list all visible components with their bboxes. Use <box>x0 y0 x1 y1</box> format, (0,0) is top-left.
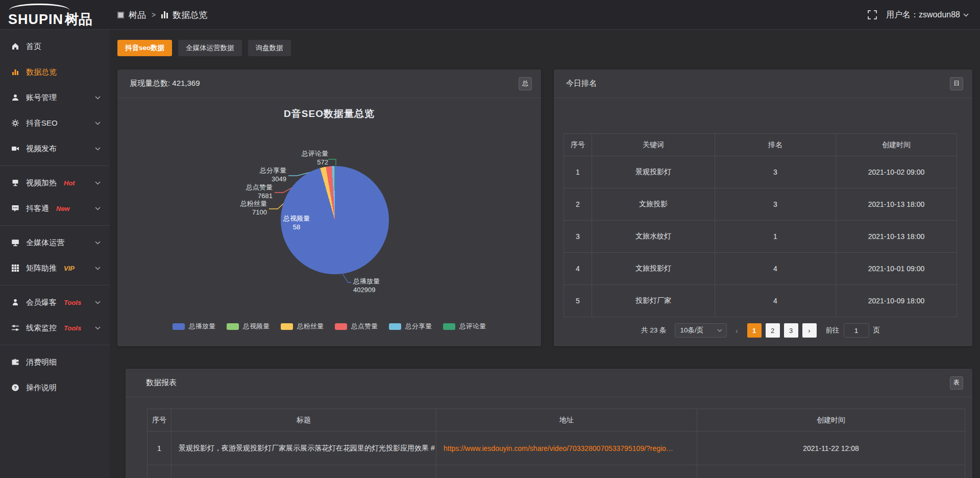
ranking-panel-title: 今日排名 <box>566 79 597 88</box>
legend-item[interactable]: 总播放量 <box>173 322 215 331</box>
page-size-value: 10条/页 <box>680 326 713 335</box>
user-menu[interactable]: 用户名：zswodun88 <box>886 10 969 20</box>
table-row: 3文旅水纹灯12021-10-13 18:00 <box>564 221 957 253</box>
grid-icon <box>11 264 19 272</box>
sidebar-item-9[interactable]: 矩阵助推VIP <box>0 255 110 281</box>
help-icon: ? <box>11 384 19 392</box>
legend-item[interactable]: 总评论量 <box>443 322 486 331</box>
app-logo: SHUPIN树品 <box>8 4 110 27</box>
sidebar-item-label: 抖音SEO <box>26 118 58 128</box>
table-row: 5投影灯厂家42021-10-09 18:00 <box>564 285 957 317</box>
breadcrumb: 树品 > 数据总览 <box>117 0 207 30</box>
seo-chart-panel: 展现量总数: 421,369 总 D音SEO数据量总览 总播放量402909总视… <box>117 69 541 346</box>
goto-page-input[interactable] <box>844 323 869 338</box>
fullscreen-icon[interactable] <box>868 10 877 19</box>
chevron-down-icon <box>717 329 722 332</box>
sidebar-item-13[interactable]: ?操作说明 <box>0 375 110 400</box>
page-size-select[interactable]: 10条/页 <box>675 323 727 338</box>
username-label: 用户名：zswodun88 <box>886 10 960 20</box>
sidebar-item-label: 全媒体运营 <box>26 238 64 248</box>
breadcrumb-home-icon <box>117 12 124 18</box>
sidebar-item-label: 线索监控 <box>26 323 57 333</box>
table-row: 1景观投影灯32021-10-02 09:00 <box>564 156 957 188</box>
table-cell: 文旅水纹灯 <box>592 221 715 253</box>
page-button-3[interactable]: 3 <box>784 323 798 338</box>
monitor-icon <box>11 238 19 247</box>
sidebar-item-badge: New <box>56 205 70 212</box>
total-view-button[interactable]: 总 <box>519 77 532 90</box>
sidebar-item-badge: VIP <box>64 265 75 272</box>
breadcrumb-separator: > <box>152 11 156 19</box>
sidebar-item-label: 账号管理 <box>26 93 57 103</box>
legend-label: 总粉丝量 <box>297 322 324 331</box>
legend-item[interactable]: 总粉丝量 <box>281 322 324 331</box>
sidebar-item-1[interactable]: 首页 <box>0 34 110 59</box>
legend-item[interactable]: 总点赞量 <box>335 322 378 331</box>
sidebar-item-11[interactable]: 线索监控Tools <box>0 315 110 341</box>
sidebar-item-label: 视频发布 <box>26 144 57 154</box>
table-cell: 2021-10-01 09:00 <box>836 253 957 285</box>
pie-chart: D音SEO数据量总览 总播放量402909总视频量58总粉丝量7100总点赞量7… <box>117 98 541 346</box>
sidebar-item-5[interactable]: 视频发布 <box>0 136 110 161</box>
chevron-down-icon <box>95 96 101 100</box>
table-cell: 景观投影灯 <box>592 156 715 188</box>
report-link[interactable]: https://www.iesdouyin.com/share/video/70… <box>444 444 673 452</box>
day-view-button[interactable]: 日 <box>950 77 963 90</box>
table-cell: 5 <box>564 285 592 317</box>
gear-icon <box>11 119 19 127</box>
pie-label-6: 总评论量572 <box>302 149 328 166</box>
sidebar-divider <box>0 225 110 226</box>
logo-arc-icon <box>9 4 69 10</box>
table-cell: 文旅投影 <box>592 188 715 221</box>
sidebar-item-label: 首页 <box>26 42 41 52</box>
tab-2[interactable]: 全媒体运营数据 <box>178 40 242 56</box>
table-cell: 2021-10-13 18:00 <box>836 221 957 253</box>
sidebar-menu: 首页数据总览账号管理抖音SEO视频发布视频加热Hot抖客通New全媒体运营矩阵助… <box>0 30 110 478</box>
data-report-panel: 数据报表 表 序号标题地址创建时间1景观投影灯，夜游景观投影灯厂家展示展示落花灯… <box>126 369 972 478</box>
impressions-total-label: 展现量总数: 421,369 <box>130 79 200 88</box>
table-cell: 2021-10-02 09:00 <box>836 156 957 188</box>
prev-page-button[interactable]: ‹ <box>731 326 743 335</box>
sidebar-item-label: 消费明细 <box>26 357 57 367</box>
person-icon <box>11 298 19 306</box>
column-header: 序号 <box>148 409 172 432</box>
heat-icon <box>11 179 19 187</box>
table-cell: 2021-11-22 12:08 <box>697 432 965 465</box>
table-cell: 1 <box>564 156 592 188</box>
table-cell: 2021-10-09 18:00 <box>836 285 957 317</box>
page-button-1[interactable]: 1 <box>747 323 762 338</box>
sidebar-item-label: 抖客通 <box>26 204 49 213</box>
sidebar-item-3[interactable]: 账号管理 <box>0 85 110 110</box>
breadcrumb-home[interactable]: 树品 <box>129 9 146 21</box>
sidebar-item-7[interactable]: 抖客通New <box>0 196 110 221</box>
sidebar-item-8[interactable]: 全媒体运营 <box>0 230 110 255</box>
sidebar-item-badge: Hot <box>64 179 75 187</box>
sidebar-item-badge: Tools <box>64 324 81 332</box>
table-cell: 2 <box>564 188 592 221</box>
tab-3[interactable]: 询盘数据 <box>248 40 291 56</box>
sidebar-item-10[interactable]: 会员爆客Tools <box>0 290 110 315</box>
tab-1[interactable]: 抖音seo数据 <box>117 40 172 56</box>
sidebar-item-4[interactable]: 抖音SEO <box>0 110 110 136</box>
chevron-down-icon <box>963 13 969 17</box>
sidebar-item-2[interactable]: 数据总览 <box>0 59 110 85</box>
report-table: 序号标题地址创建时间1景观投影灯，夜游景观投影灯厂家展示展示落花灯在花园里的灯光… <box>147 409 965 478</box>
chevron-down-icon <box>95 207 101 210</box>
column-header: 标题 <box>172 409 436 432</box>
sidebar-item-badge: Tools <box>64 299 81 306</box>
legend-item[interactable]: 总分享量 <box>389 322 432 331</box>
chevron-down-icon <box>95 241 101 245</box>
sidebar-item-12[interactable]: 消费明细 <box>0 349 110 375</box>
next-page-button[interactable]: › <box>802 323 817 338</box>
chat-icon <box>11 204 19 212</box>
page-button-2[interactable]: 2 <box>766 323 780 338</box>
table-row: 4文旅投影灯42021-10-01 09:00 <box>564 253 957 285</box>
table-view-button[interactable]: 表 <box>950 376 963 390</box>
table-cell: 文旅投影灯 <box>592 253 715 285</box>
legend-label: 总点赞量 <box>351 322 378 331</box>
sidebar-item-6[interactable]: 视频加热Hot <box>0 170 110 196</box>
legend-item[interactable]: 总视频量 <box>227 322 270 331</box>
today-ranking-panel: 今日排名 日 序号关键词排名创建时间1景观投影灯32021-10-02 09:0… <box>554 69 972 346</box>
table-cell: 2021-10-13 18:00 <box>836 188 957 221</box>
table-cell: 4 <box>715 253 836 285</box>
